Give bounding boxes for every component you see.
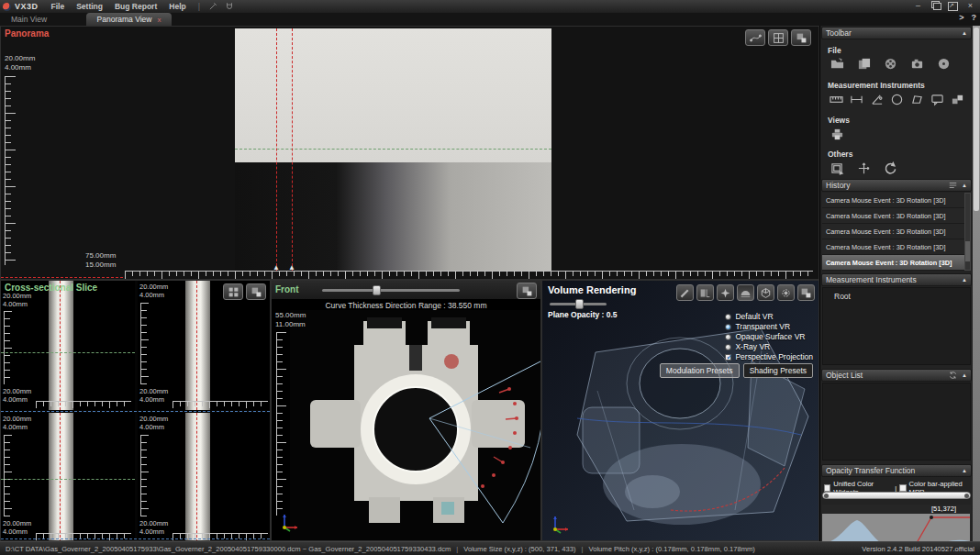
effect-button[interactable]	[717, 284, 734, 301]
panorama-ct-image[interactable]	[235, 28, 551, 271]
object-list-content[interactable]	[822, 383, 971, 461]
menu-file[interactable]: File	[51, 2, 65, 11]
panorama-red-guide-line-2[interactable]	[292, 28, 293, 271]
slice-red-guide[interactable]	[196, 413, 197, 541]
angle-icon[interactable]	[868, 92, 885, 107]
plane-opacity-slider[interactable]	[550, 303, 607, 305]
front-export-button[interactable]	[517, 283, 537, 299]
open-project-icon[interactable]	[828, 56, 846, 72]
circle-icon[interactable]	[888, 92, 905, 107]
history-list-icon[interactable]	[948, 181, 958, 190]
export-images-icon[interactable]	[854, 56, 873, 72]
context-help-icon[interactable]: ?	[972, 13, 977, 22]
panorama-viewport[interactable]: Panorama 20.00mm 4.00mm 75.00mm 15.00mm …	[0, 26, 819, 280]
shading-presets-button[interactable]: Shading Presets	[743, 363, 813, 378]
cross-layout-button[interactable]	[223, 283, 243, 300]
history-item[interactable]: Camera Mouse Event : 3D Rotation [3D]	[822, 193, 964, 208]
axis-icon[interactable]	[854, 161, 873, 176]
distance-icon[interactable]	[848, 92, 864, 107]
vr-mode-button[interactable]	[737, 284, 754, 301]
curve-marker-1[interactable]: ▲	[273, 263, 280, 272]
tab-close-icon[interactable]: x	[157, 16, 161, 24]
cross-slice-cell-3[interactable]: 20.00mm 4.00mm 20.00mm 4.00mm	[1, 413, 135, 541]
grid-view-button[interactable]	[768, 29, 788, 46]
colorbar-mpr-checkbox[interactable]	[899, 484, 906, 492]
sculpt-button[interactable]	[676, 284, 694, 301]
history-item[interactable]: Camera Mouse Event : 3D Rotation [3D]	[822, 208, 964, 224]
menu-setting[interactable]: Setting	[76, 2, 103, 11]
modulation-presets-button[interactable]: Modulation Presets	[660, 363, 740, 378]
unified-color-checkbox[interactable]	[824, 484, 830, 492]
front-ct-image[interactable]	[290, 310, 541, 541]
collapse-icon[interactable]: ▲	[962, 183, 967, 188]
popout-button[interactable]	[947, 1, 959, 10]
menu-help[interactable]: Help	[169, 2, 185, 11]
cross-slice-cell-1[interactable]: 20.00mm 4.00mm 20.00mm 4.00mm	[1, 281, 135, 410]
history-scrollbar[interactable]	[964, 193, 971, 271]
collapse-icon[interactable]: ▲	[962, 372, 967, 378]
cross-slice-cell-2[interactable]: 20.00mm 4.00mm 20.00mm 4.00mm	[138, 281, 271, 410]
reset-icon[interactable]	[881, 161, 899, 176]
history-panel-header[interactable]: History ▲	[821, 179, 972, 192]
polygon-icon[interactable]	[908, 92, 925, 107]
refresh-icon[interactable]	[948, 371, 958, 380]
slider-knob[interactable]	[575, 299, 584, 309]
menu-bug-report[interactable]: Bug Report	[115, 2, 157, 11]
close-button[interactable]: ×	[964, 1, 976, 10]
tab-panorama-view[interactable]: Panorama Viewx	[86, 13, 173, 26]
panel-expand-icon[interactable]: >	[959, 13, 963, 22]
panorama-export-button[interactable]	[791, 29, 811, 46]
cross-slice-cell-4[interactable]: 20.00mm 4.00mm 20.00mm 4.00mm	[138, 413, 271, 541]
vr-settings-button[interactable]	[777, 284, 795, 301]
tree-item-root[interactable]: Root	[823, 288, 970, 301]
curve-marker-2[interactable]: ▲	[288, 263, 295, 272]
tab-main-view[interactable]: Main View	[0, 13, 58, 26]
object-list-panel-header[interactable]: Object List ▲	[821, 369, 972, 382]
history-item[interactable]: Camera Mouse Event : 3D Rotation [3D]	[822, 224, 964, 239]
movie-icon[interactable]	[881, 56, 899, 72]
opacity-panel-header[interactable]: Opacity Transfer Function ▲	[821, 464, 972, 477]
scrollbar-thumb[interactable]	[965, 241, 970, 261]
slice-red-guide[interactable]	[60, 413, 61, 541]
volume-rendering-viewport[interactable]: Volume Rendering Plane Opacity : 0.5 Def…	[541, 280, 819, 541]
clip-button[interactable]	[696, 284, 714, 301]
vr-option-default[interactable]: Default VR	[725, 312, 813, 321]
measurement-panel-header[interactable]: Measurement Instruments ▲	[821, 273, 972, 286]
measure-3d-button[interactable]	[757, 284, 774, 301]
print-icon[interactable]	[828, 127, 846, 142]
cross-sectional-viewport[interactable]: Cross-sectional Slice 20.00mm 4.00mm 20.…	[0, 280, 271, 541]
vr-option-xray[interactable]: X-Ray VR	[725, 342, 813, 351]
slice-green-guide[interactable]	[1, 479, 135, 480]
toolbar-panel-header[interactable]: Toolbar ▲	[821, 27, 972, 39]
history-item-selected[interactable]: Camera Mouse Event : 3D Rotation [3D]	[822, 255, 964, 271]
volume-export-button[interactable]	[797, 284, 815, 301]
slice-green-guide[interactable]	[1, 352, 135, 353]
window-layout-icon[interactable]	[828, 161, 846, 176]
perspective-projection-checkbox[interactable]: Perspective Projection	[725, 352, 813, 361]
cross-export-button[interactable]	[246, 283, 266, 300]
front-thickness-slider[interactable]	[322, 289, 460, 292]
collapse-icon[interactable]: ▲	[962, 30, 967, 36]
calibration-icon[interactable]	[949, 92, 965, 107]
history-item[interactable]: Camera Mouse Event : 3D Rotation [3D]	[822, 239, 964, 255]
cd-export-icon[interactable]	[934, 56, 952, 72]
collapse-icon[interactable]: ▲	[962, 277, 967, 283]
collapse-icon[interactable]: ▲	[962, 468, 967, 473]
sidebar-scrollbar[interactable]	[973, 26, 980, 541]
quick-tool-icon-2[interactable]	[224, 2, 235, 11]
slice-red-guide[interactable]	[60, 281, 61, 410]
minimize-button[interactable]: –	[912, 1, 924, 10]
quick-tool-icon-1[interactable]	[207, 2, 218, 11]
capture-icon[interactable]	[908, 56, 926, 72]
row-divider-blue-guide[interactable]	[1, 411, 270, 412]
front-viewport[interactable]: Front Curve Thickness Direction Range : …	[271, 280, 541, 541]
annotation-icon[interactable]	[929, 92, 945, 107]
bottom-blue-guide[interactable]	[1, 538, 270, 539]
restore-button[interactable]	[930, 1, 941, 10]
slice-red-guide[interactable]	[196, 281, 197, 410]
memo-ruler-icon[interactable]	[828, 92, 844, 107]
slider-knob[interactable]	[373, 285, 381, 295]
curve-path-button[interactable]	[745, 29, 765, 46]
vr-option-opaque[interactable]: Opaque Surface VR	[725, 332, 813, 341]
panorama-green-guide-line[interactable]	[235, 149, 551, 150]
